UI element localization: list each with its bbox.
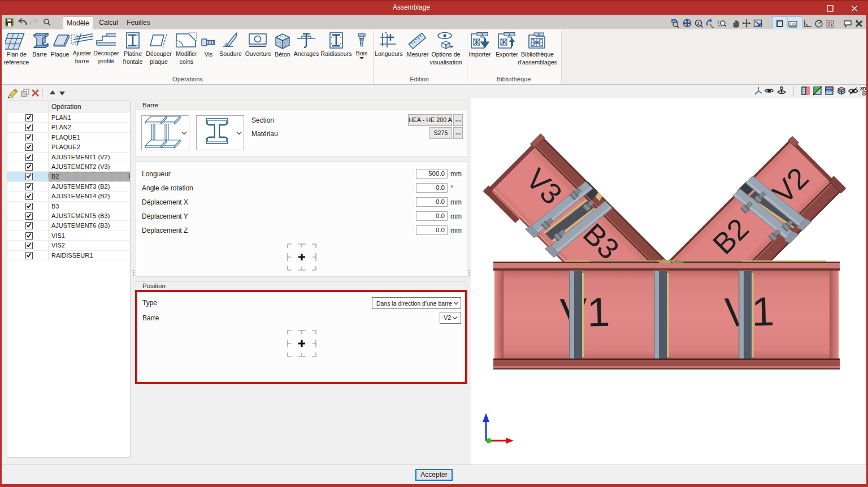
svg-text:V1: V1 <box>559 289 610 336</box>
svg-text:3D: 3D <box>860 86 866 92</box>
svg-text:1.00: 1.00 <box>790 23 796 26</box>
svg-text:2: 2 <box>697 21 700 25</box>
